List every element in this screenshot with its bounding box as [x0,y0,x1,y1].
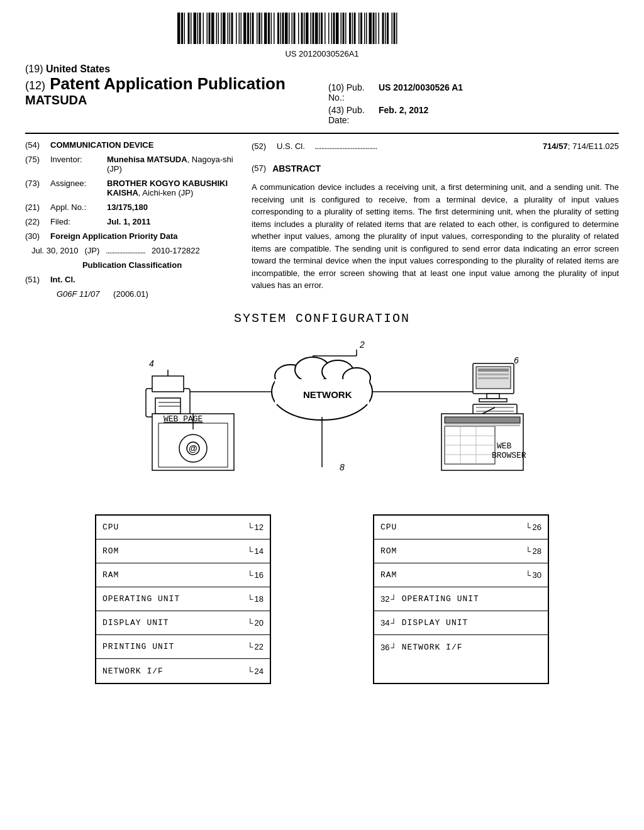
ram-left-label: RAM [103,570,247,580]
svg-rect-15 [221,13,222,44]
svg-rect-3 [184,13,186,44]
abstract-title: ABSTRACT [272,163,321,174]
svg-rect-109 [445,424,520,426]
svg-rect-49 [321,13,323,44]
cpu-right-arrow: └ [525,523,531,532]
display-left-number: └ 20 [247,618,264,628]
body-section: (54) COMMUNICATION DEVICE (75) Inventor:… [25,140,619,299]
svg-rect-35 [280,13,282,44]
operating-right-ref: 32 ┘ [380,594,397,604]
svg-text:@: @ [189,443,197,453]
int-cl-section: (51) Int. Cl. G06F 11/07 (2006.01) [25,275,239,299]
svg-rect-17 [228,13,229,44]
rom-right-arrow: └ [525,546,531,556]
svg-rect-65 [369,13,372,44]
inventor-number: (75) [25,155,50,174]
pub-no-value: US 2012/0030526 A1 [379,82,463,102]
svg-rect-6 [194,13,197,44]
foreign-app-country: (JP) [84,246,99,255]
svg-rect-5 [191,13,192,44]
int-cl-value: G06F 11/07 [57,289,99,299]
svg-rect-67 [375,13,377,44]
ram-left-number: └ 16 [247,570,264,580]
svg-rect-70 [385,13,386,44]
assignee-value: BROTHER KOGYO KABUSHIKI KAISHA, Aichi-ke… [107,179,239,197]
svg-rect-34 [277,13,279,44]
operating-left-num: 18 [255,594,264,604]
us-cl-dots: ...................................... [314,141,543,151]
svg-rect-94 [487,394,499,399]
country-line: (19) United States [25,64,316,75]
svg-rect-91 [478,368,509,372]
inventor-label: Inventor: [50,155,107,174]
svg-rect-21 [239,13,240,44]
barcode-area: (function(){ const g = document.getEleme… [25,13,619,47]
left-header: (19) United States (12) Patent Applicati… [25,64,316,108]
svg-rect-66 [373,13,375,44]
svg-rect-31 [268,13,270,44]
printing-left-number: └ 22 [247,642,264,651]
network-diagram-svg: 2 NETWORK 6 [96,332,548,508]
svg-rect-48 [319,13,320,44]
printing-left-num: 22 [255,642,264,651]
assignee-field: (73) Assignee: BROTHER KOGYO KABUSHIKI K… [25,179,239,197]
title-field: (54) COMMUNICATION DEVICE [25,140,239,150]
patent-type: Patent Application Publication [50,74,286,93]
inventor-field: (75) Inventor: Munehisa MATSUDA, Nagoya-… [25,155,239,174]
display-right-arrow-left: ┘ [391,618,396,628]
foreign-app-date: Jul. 30, 2010 [31,246,78,255]
svg-rect-108 [445,417,520,423]
svg-rect-9 [203,13,204,44]
network-left-number: └ 24 [247,667,264,676]
svg-rect-44 [306,13,309,44]
right-header: (10) Pub. No.: US 2012/0030526 A1 (43) P… [316,64,619,128]
svg-rect-59 [352,13,353,44]
type-number: (12) [25,79,45,92]
system-config-title: SYSTEM CONFIGURATION [234,311,410,326]
svg-rect-50 [325,13,326,44]
svg-rect-40 [294,13,296,44]
display-right-ref: 34 ┘ [380,618,397,628]
svg-rect-12 [211,13,214,44]
svg-rect-32 [271,13,272,44]
svg-rect-19 [231,13,233,44]
int-cl-value-row: G06F 11/07 (2006.01) [25,289,239,299]
filed-value: Jul. 1, 2011 [107,217,239,226]
title-number: (54) [25,140,50,150]
display-right-label: DISPLAY UNIT [402,618,541,628]
bottom-boxes: CPU └ 12 ROM └ 14 RAM └ [25,514,619,684]
svg-rect-23 [243,13,247,44]
svg-rect-36 [282,13,284,44]
right-device-box: CPU └ 26 ROM └ 28 RAM └ [373,514,549,684]
assignee-label: Assignee: [50,179,107,197]
svg-rect-73 [394,13,396,44]
svg-rect-8 [199,13,201,44]
foreign-app-data-row: Jul. 30, 2010 (JP) .....................… [25,246,239,255]
rom-right-label: ROM [380,546,525,556]
pub-classification: Publication Classification [25,260,239,270]
us-cl-secondary: 714/E11.025 [572,141,619,151]
display-left-label: DISPLAY UNIT [103,618,247,628]
svg-rect-33 [274,13,275,44]
cpu-left-num: 12 [255,523,264,532]
abstract-section: (57) ABSTRACT A communication device inc… [252,163,619,292]
filed-field: (22) Filed: Jul. 1, 2011 [25,217,239,226]
display-left-arrow: └ [247,618,253,628]
pub-no-label: (10) Pub. No.: [328,82,379,102]
svg-rect-20 [236,13,237,44]
operating-right-label: OPERATING UNIT [402,594,541,604]
svg-rect-29 [262,13,263,44]
svg-rect-37 [285,13,288,44]
device-row-cpu-right: CPU └ 26 [374,516,548,540]
network-left-num: 24 [255,667,264,676]
rom-right-num: 28 [533,546,541,556]
operating-right-arrow-left: ┘ [391,594,396,604]
rom-right-number: └ 28 [525,546,541,556]
cpu-left-label: CPU [103,523,247,532]
svg-rect-69 [382,13,384,44]
svg-rect-25 [250,13,252,44]
pub-number: US 20120030526A1 [25,49,619,58]
svg-rect-54 [336,13,339,44]
filed-number: (22) [25,217,50,226]
operating-left-number: └ 18 [247,594,264,604]
